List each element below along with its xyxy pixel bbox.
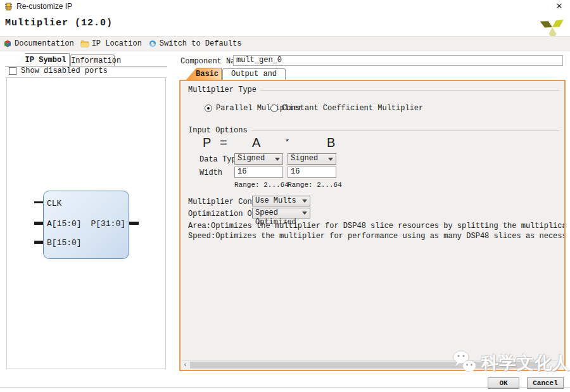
switch-to-defaults-label: Switch to Defaults xyxy=(160,39,242,48)
input-options-section: Input Options xyxy=(188,126,559,135)
port-clk-label: CLK xyxy=(47,199,61,208)
page-title: Multiplier (12.0) xyxy=(5,18,113,28)
recustomize-ip-icon xyxy=(4,3,13,11)
ip-symbol-block: CLK A[15:0] B[15:0] P[31:0] xyxy=(43,191,129,259)
multiplier-type-section-label: Multiplier Type xyxy=(188,85,256,94)
documentation-book-icon xyxy=(3,39,12,48)
data-type-a-value: Signed xyxy=(238,154,265,163)
optimization-options-select[interactable]: Speed Optimized xyxy=(252,208,310,218)
data-type-a-select[interactable]: Signed xyxy=(234,153,283,165)
b-port-stub xyxy=(34,241,43,244)
documentation-button[interactable]: Documentation xyxy=(3,39,74,48)
clk-port-stub xyxy=(34,201,43,203)
ip-symbol-canvas: CLK A[15:0] B[15:0] P[31:0] xyxy=(6,77,166,369)
scroll-right-icon[interactable]: › xyxy=(555,361,564,369)
chevron-down-icon xyxy=(302,212,307,215)
vendor-logo xyxy=(538,15,565,37)
width-b-input[interactable]: 16 xyxy=(288,167,336,178)
port-a-label: A[15:0] xyxy=(47,219,82,229)
close-icon[interactable]: ✕ xyxy=(554,1,565,11)
equation-a: A xyxy=(252,136,260,150)
multiplier-type-section: Multiplier Type xyxy=(188,85,559,94)
equation-times: * xyxy=(286,137,289,146)
chevron-down-icon xyxy=(328,158,333,161)
a-port-stub xyxy=(34,222,43,225)
constant-coefficient-label: Constant Coefficient Multiplier xyxy=(282,104,423,113)
show-disabled-ports-row[interactable]: Show disabled ports xyxy=(9,66,108,75)
title-bar: Re-customize IP ✕ xyxy=(0,0,570,13)
chevron-down-icon xyxy=(275,158,280,161)
constant-coefficient-option[interactable]: Constant Coefficient Multiplier xyxy=(270,104,423,113)
speed-note: Speed:Optimizes the multiplier for perfo… xyxy=(188,232,564,241)
tab-basic[interactable]: Basic xyxy=(186,68,222,80)
show-disabled-ports-checkbox[interactable] xyxy=(9,67,16,75)
area-note: Area:Optimizes the multiplier for DSP48 … xyxy=(188,222,564,231)
ip-location-button[interactable]: IP Location xyxy=(80,39,142,48)
tab-information[interactable]: Information xyxy=(70,54,115,66)
tab-ip-symbol[interactable]: IP Symbol xyxy=(13,53,70,66)
data-type-b-select[interactable]: Signed xyxy=(288,153,336,165)
window-title: Re-customize IP xyxy=(16,2,72,11)
scrollbar-thumb[interactable] xyxy=(190,362,545,369)
switch-to-defaults-button[interactable]: Switch to Defaults xyxy=(148,39,242,48)
switch-refresh-icon xyxy=(148,39,157,48)
basic-config-panel: Multiplier Type Parallel Multiplier Cons… xyxy=(179,80,566,371)
parallel-multiplier-radio[interactable] xyxy=(205,104,212,112)
equation-b: B xyxy=(327,136,335,150)
documentation-label: Documentation xyxy=(15,39,74,48)
folder-icon xyxy=(80,39,89,48)
port-p-label: P[31:0] xyxy=(91,219,125,229)
equation-equals: = xyxy=(220,136,227,150)
section-rule xyxy=(251,130,559,131)
p-port-stub xyxy=(129,222,139,225)
scroll-left-icon[interactable]: ‹ xyxy=(181,361,189,369)
port-b-label: B[15:0] xyxy=(47,238,82,248)
window-bottom-edge xyxy=(0,388,570,388)
multiplier-construction-value: Use Mults xyxy=(255,196,296,205)
section-rule xyxy=(260,90,559,91)
range-a-label: Range: 2...64 xyxy=(234,181,289,189)
input-options-section-label: Input Options xyxy=(188,126,248,135)
multiplier-construction-select[interactable]: Use Mults xyxy=(252,196,310,206)
chevron-down-icon xyxy=(302,199,307,203)
tab-output-and-control[interactable]: Output and Control xyxy=(222,68,286,80)
width-a-input[interactable]: 16 xyxy=(234,167,283,178)
component-name-input[interactable]: mult_gen_0 xyxy=(233,55,563,66)
equation-p: P xyxy=(203,136,211,150)
range-b-label: Range: 2...64 xyxy=(288,181,342,189)
left-tab-bar: IP Symbol Information xyxy=(5,53,167,66)
width-label: Width xyxy=(200,168,222,177)
show-disabled-ports-label: Show disabled ports xyxy=(21,66,108,75)
constant-coefficient-radio[interactable] xyxy=(270,104,278,112)
horizontal-scrollbar[interactable]: ‹ › xyxy=(181,360,564,369)
toolbar: Documentation IP Location Switch to Defa… xyxy=(0,36,570,51)
data-type-b-value: Signed xyxy=(291,154,318,163)
ip-location-label: IP Location xyxy=(92,39,142,48)
